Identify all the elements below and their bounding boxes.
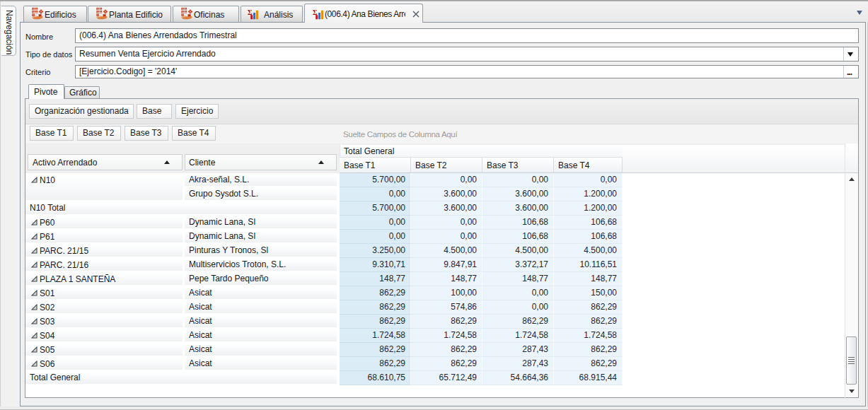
svg-text:Σ: Σ (248, 8, 253, 16)
svg-text:Σ: Σ (313, 8, 318, 16)
